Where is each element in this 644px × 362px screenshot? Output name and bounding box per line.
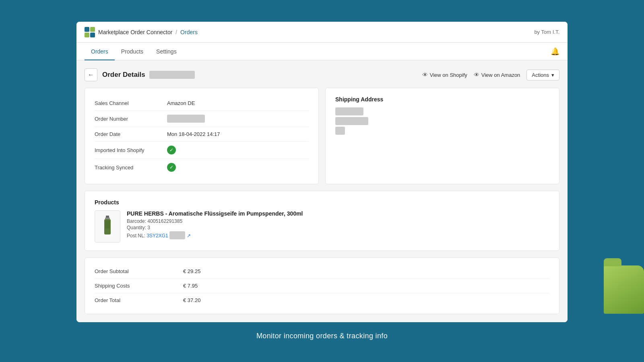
products-section: Products 300ml	[85, 191, 559, 251]
outer-wrapper: Marketplace Order Connector / Orders by …	[0, 0, 644, 362]
product-tracking: Post NL: 3SY2XG1 ↗	[127, 231, 549, 239]
total-row-shipping: Shipping Costs € 7.95	[95, 279, 549, 293]
bottom-tagline: Monitor incoming orders & tracking info	[256, 332, 388, 340]
order-title-text: Order Details	[102, 71, 145, 79]
product-details: PURE HERBS - Aromatische Flüssigseife im…	[127, 210, 549, 239]
breadcrumb: Marketplace Order Connector / Orders	[98, 29, 198, 35]
main-card: Marketplace Order Connector / Orders by …	[76, 22, 568, 322]
shipping-section-title: Shipping Address	[335, 96, 549, 103]
info-imported: Imported Into Shopify ✓	[95, 142, 309, 159]
totals-section: Order Subtotal € 29.25 Shipping Costs € …	[85, 257, 559, 314]
shipping-line-2	[335, 117, 549, 125]
tab-settings[interactable]: Settings	[150, 43, 183, 60]
tracking-link[interactable]: 3SY2XG1	[147, 233, 186, 239]
product-name: PURE HERBS - Aromatische Flüssigseife im…	[127, 210, 549, 217]
app-header: Marketplace Order Connector / Orders by …	[76, 22, 568, 43]
tab-products[interactable]: Products	[115, 43, 150, 60]
breadcrumb-app: Marketplace Order Connector	[98, 29, 172, 35]
actions-dropdown-icon: ▾	[551, 72, 554, 78]
order-info-card: Sales Channel Amazon DE Order Number Ord…	[85, 88, 319, 184]
order-date-label: Order Date	[95, 131, 167, 137]
svg-rect-3	[90, 33, 95, 37]
view-on-amazon-button[interactable]: 👁 View on Amazon	[474, 72, 520, 78]
shipping-cost-value: € 7.95	[183, 283, 198, 289]
imported-check-icon: ✓	[167, 146, 176, 154]
info-sales-channel: Sales Channel Amazon DE	[95, 96, 309, 111]
tracking-synced-label: Tracking Synced	[95, 165, 167, 171]
app-header-left: Marketplace Order Connector / Orders	[85, 27, 198, 37]
order-header-left: ← Order Details	[85, 68, 195, 81]
breadcrumb-separator: /	[175, 29, 177, 35]
by-author-text: by Tom I.T.	[534, 29, 559, 35]
product-barcode: Barcode: 4005162291385	[127, 218, 549, 224]
svg-rect-5	[105, 218, 110, 219]
view-on-shopify-button[interactable]: 👁 View on Shopify	[422, 72, 467, 78]
sales-channel-label: Sales Channel	[95, 100, 167, 106]
tracking-external-link-icon[interactable]: ↗	[187, 233, 191, 239]
order-title: Order Details	[102, 71, 195, 79]
product-bottle-icon: 300ml	[101, 216, 114, 238]
logo-icon	[85, 27, 95, 37]
nav-tabs: Orders Products Settings 🔔	[76, 43, 568, 60]
app-logo	[85, 27, 95, 37]
svg-rect-2	[85, 33, 89, 37]
order-header: ← Order Details 👁 View on Shopify	[85, 68, 559, 81]
info-row: Sales Channel Amazon DE Order Number Ord…	[85, 88, 559, 184]
info-tracking-synced: Tracking Synced ✓	[95, 159, 309, 176]
order-number-label: Order Number	[95, 116, 167, 122]
eye-icon-shopify: 👁	[422, 72, 428, 78]
order-total-label: Order Total	[95, 297, 183, 303]
back-button[interactable]: ←	[85, 68, 97, 81]
content-area: ← Order Details 👁 View on Shopify	[76, 60, 568, 322]
tracking-label: Post NL:	[127, 233, 145, 239]
products-section-title: Products	[95, 199, 549, 206]
order-header-right: 👁 View on Shopify 👁 View on Amazon Actio…	[422, 70, 559, 80]
app-header-right: by Tom I.T.	[534, 29, 559, 35]
order-id-blurred	[149, 71, 195, 79]
shipping-line-3	[335, 127, 549, 135]
actions-label: Actions	[532, 72, 549, 78]
product-item: 300ml PURE HERBS - Aromatische Flüssigse…	[95, 210, 549, 243]
info-order-date: Order Date Mon 18-04-2022 14:17	[95, 127, 309, 142]
svg-text:300ml: 300ml	[107, 234, 112, 237]
folder-graphic	[604, 265, 644, 314]
eye-icon-amazon: 👁	[474, 72, 479, 78]
sales-channel-value: Amazon DE	[167, 100, 195, 106]
svg-rect-7	[105, 220, 110, 228]
subtotal-value: € 29.25	[183, 268, 200, 274]
total-row-subtotal: Order Subtotal € 29.25	[95, 264, 549, 279]
folder-tab	[604, 258, 621, 266]
tabs-left: Orders Products Settings	[85, 43, 183, 60]
svg-rect-0	[85, 27, 89, 32]
imported-label: Imported Into Shopify	[95, 147, 167, 153]
subtotal-label: Order Subtotal	[95, 268, 183, 274]
order-total-value: € 37.20	[183, 297, 200, 303]
order-date-value: Mon 18-04-2022 14:17	[167, 131, 220, 137]
shipping-line-1	[335, 107, 549, 115]
bell-icon[interactable]: 🔔	[551, 47, 559, 56]
product-image: 300ml	[95, 210, 120, 243]
tab-orders[interactable]: Orders	[85, 43, 115, 60]
tracking-code-blurred	[169, 231, 185, 239]
info-order-number: Order Number	[95, 111, 309, 127]
view-on-shopify-label: View on Shopify	[430, 72, 467, 78]
actions-button[interactable]: Actions ▾	[526, 70, 559, 80]
breadcrumb-current: Orders	[180, 29, 198, 35]
total-row-total: Order Total € 37.20	[95, 293, 549, 307]
order-number-value	[167, 115, 205, 123]
right-graphic	[596, 257, 644, 330]
tracking-synced-check-icon: ✓	[167, 163, 176, 172]
shipping-address-card: Shipping Address	[325, 88, 559, 184]
svg-rect-1	[90, 27, 95, 32]
product-quantity: Quantity: 3	[127, 225, 549, 230]
view-on-amazon-label: View on Amazon	[481, 72, 520, 78]
shipping-cost-label: Shipping Costs	[95, 283, 183, 289]
